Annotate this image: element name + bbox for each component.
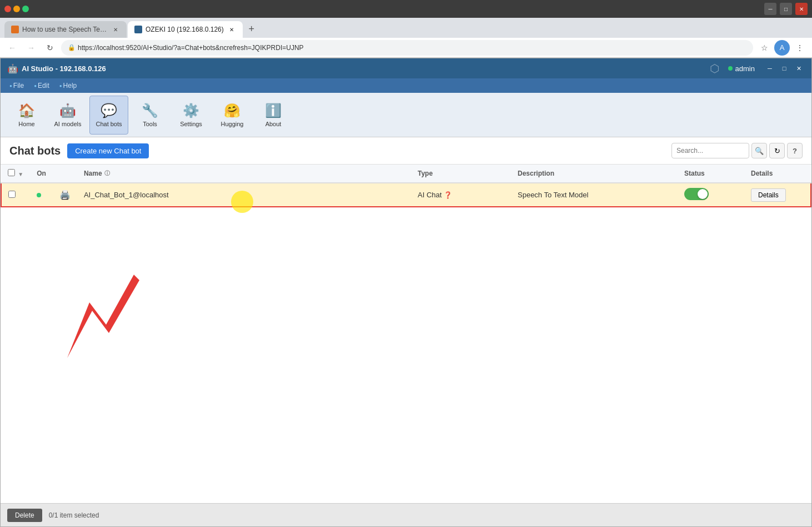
menu-file[interactable]: ● File: [5, 80, 28, 91]
row-description-cell: Speech To Text Model: [511, 183, 678, 207]
app-restore-btn[interactable]: □: [778, 62, 790, 74]
app-menu: ● File ● Edit ● Help: [1, 78, 811, 93]
minimize-btn[interactable]: ─: [764, 3, 776, 15]
tab-2[interactable]: OZEKI 10 (192.168.0.126) ✕: [128, 21, 243, 38]
row-type: AI Chat: [418, 191, 442, 199]
window-controls[interactable]: [4, 6, 29, 12]
th-sort-arrow: ▼: [18, 171, 23, 177]
help-btn[interactable]: ?: [787, 143, 803, 158]
row-on-cell: [30, 183, 53, 207]
main-content: Chat bots Create new Chat bot 🔍 ↻ ? ▼: [1, 137, 811, 526]
hugging-icon: 🤗: [224, 103, 240, 118]
table-body: 🖨️ AI_Chat_Bot_1@localhost AI Chat ❓ Spe…: [1, 183, 811, 207]
tab-bar: How to use the Speech Text m ✕ OZEKI 10 …: [0, 18, 812, 38]
address-bar: ← → ↻ 🔒 https://localhost:9520/AI+Studio…: [0, 38, 812, 58]
search-area: 🔍 ↻ ?: [671, 143, 803, 158]
chat-bots-table-container: ▼ On Name ⓘ: [1, 165, 811, 503]
forward-btn[interactable]: →: [23, 40, 39, 56]
toolbar-btn-ai-models[interactable]: 🤖 AI models: [48, 96, 87, 135]
toggle-thumb: [698, 189, 708, 199]
tab-1[interactable]: How to use the Speech Text m ✕: [4, 21, 127, 38]
status-toggle[interactable]: [684, 188, 709, 200]
maximize-window-btn[interactable]: [22, 6, 29, 12]
tab-title-1: How to use the Speech Text m: [22, 26, 108, 33]
network-diagram: ⬡: [710, 62, 719, 75]
name-info-icon[interactable]: ⓘ: [104, 170, 110, 177]
toolbar-btn-home[interactable]: 🏠 Home: [7, 96, 46, 135]
back-btn[interactable]: ←: [4, 40, 20, 56]
th-status: Status: [678, 165, 744, 183]
app-close-btn[interactable]: ✕: [793, 62, 805, 74]
tools-icon: 🔧: [142, 103, 158, 118]
row-icon-cell: 🖨️: [53, 183, 77, 207]
tab-close-2[interactable]: ✕: [227, 25, 236, 34]
url-input[interactable]: 🔒 https://localhost:9520/AI+Studio/?a=Ch…: [61, 40, 753, 56]
app-window-controls[interactable]: ─ □ ✕: [764, 62, 805, 74]
refresh-btn[interactable]: ↻: [769, 143, 785, 158]
search-icon-btn[interactable]: 🔍: [751, 143, 767, 158]
type-help-icon[interactable]: ❓: [444, 191, 452, 199]
app-titlebar: 🤖 AI Studio - 192.168.0.126 ⬡ admin ─ □ …: [1, 58, 811, 78]
url-text: https://localhost:9520/AI+Studio/?a=Chat…: [78, 44, 304, 52]
bottom-bar: Delete 0/1 item selected: [1, 503, 811, 526]
th-on: On: [30, 165, 53, 183]
settings-icon: ⚙️: [183, 103, 199, 118]
tab-title-2: OZEKI 10 (192.168.0.126): [146, 26, 224, 33]
app-title: 🤖 AI Studio - 192.168.0.126: [7, 63, 106, 74]
th-type: Type: [411, 165, 511, 183]
tab-close-1[interactable]: ✕: [112, 25, 120, 34]
row-name: AI_Chat_Bot_1@localhost: [84, 191, 169, 199]
selection-info: 0/1 item selected: [49, 511, 99, 519]
th-checkbox: ▼: [1, 165, 30, 183]
profile-btn[interactable]: A: [774, 40, 790, 56]
restore-btn[interactable]: □: [780, 3, 792, 15]
app-minimize-btn[interactable]: ─: [764, 62, 776, 74]
close-btn[interactable]: ✕: [795, 3, 808, 15]
extensions-btn[interactable]: ⋮: [792, 40, 808, 56]
toolbar-btn-chat-bots[interactable]: 💬 Chat bots: [89, 96, 128, 135]
menu-help[interactable]: ● Help: [55, 80, 82, 91]
row-details-cell: Details: [744, 183, 811, 207]
delete-btn[interactable]: Delete: [7, 509, 42, 522]
about-icon: ℹ️: [265, 103, 282, 118]
content-header: Chat bots Create new Chat bot 🔍 ↻ ?: [1, 137, 811, 165]
toolbar-btn-settings[interactable]: ⚙️ Settings: [172, 96, 210, 135]
th-name: Name ⓘ: [77, 165, 411, 183]
page-title: Chat bots: [9, 145, 61, 157]
row-checkbox-cell: [1, 183, 30, 207]
th-details: Details: [744, 165, 811, 183]
chat-bots-icon: 💬: [101, 103, 117, 118]
online-indicator: [37, 193, 41, 197]
reload-btn[interactable]: ↻: [42, 40, 58, 56]
row-name-cell: AI_Chat_Bot_1@localhost: [77, 183, 411, 207]
ai-models-icon: 🤖: [59, 103, 76, 118]
tab-favicon-1: [11, 26, 19, 33]
row-checkbox[interactable]: [8, 191, 16, 198]
tab-favicon-2: [134, 26, 142, 33]
row-status-cell: [678, 183, 744, 207]
toolbar: 🏠 Home 🤖 AI models 💬 Chat bots 🔧 Tools ⚙…: [1, 93, 811, 137]
details-btn[interactable]: Details: [751, 188, 786, 202]
minimize-window-btn[interactable]: [13, 6, 20, 12]
search-input[interactable]: [671, 143, 749, 158]
toolbar-btn-tools[interactable]: 🔧 Tools: [131, 96, 169, 135]
menu-edit[interactable]: ● Edit: [29, 80, 54, 91]
row-description: Speech To Text Model: [518, 191, 588, 199]
table-row[interactable]: 🖨️ AI_Chat_Bot_1@localhost AI Chat ❓ Spe…: [1, 183, 811, 207]
select-all-checkbox[interactable]: [8, 169, 15, 176]
browser-title-bar: ─ □ ✕: [0, 0, 812, 18]
user-info: admin: [728, 64, 755, 73]
toolbar-btn-hugging[interactable]: 🤗 Hugging: [213, 96, 252, 135]
new-tab-btn[interactable]: +: [244, 21, 259, 37]
create-chat-bot-btn[interactable]: Create new Chat bot: [67, 143, 149, 158]
row-type-cell: AI Chat ❓: [411, 183, 511, 207]
toolbar-btn-about[interactable]: ℹ️ About: [254, 96, 293, 135]
chat-bots-table: ▼ On Name ⓘ: [1, 165, 811, 207]
table-header-row: ▼ On Name ⓘ: [1, 165, 811, 183]
close-window-btn[interactable]: [4, 6, 11, 12]
th-icon-col: [53, 165, 77, 183]
user-status-indicator: [728, 66, 733, 71]
bookmark-btn[interactable]: ☆: [756, 40, 772, 56]
toggle-track[interactable]: [684, 188, 709, 200]
home-icon: 🏠: [18, 103, 35, 118]
